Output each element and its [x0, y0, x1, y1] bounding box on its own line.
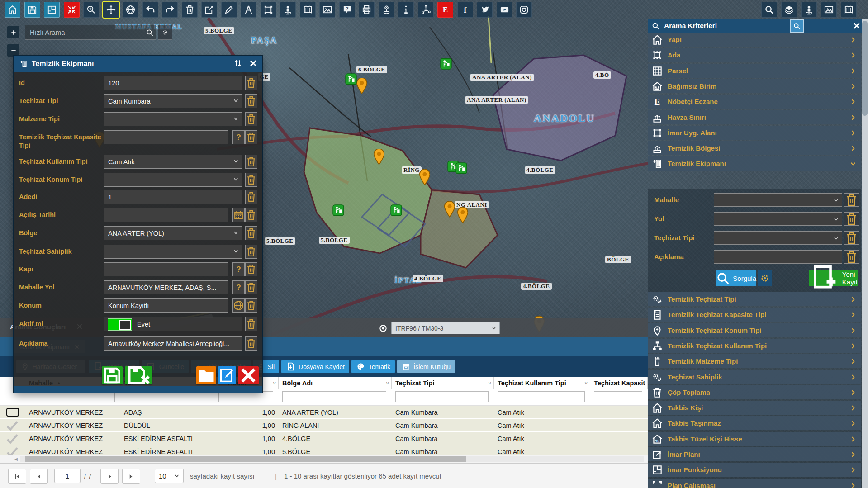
sorgula-button[interactable]: Sorgula	[716, 270, 756, 286]
yeni-kayit-button[interactable]: Yeni Kayıt	[809, 270, 858, 286]
drafting-button[interactable]	[241, 2, 256, 18]
frame-button[interactable]	[261, 2, 276, 18]
settings-gear-button[interactable]	[758, 270, 772, 286]
panorama-button[interactable]	[841, 2, 857, 18]
question-button[interactable]: ?	[232, 280, 245, 294]
sidebar-item-temizlik-te-hizat-kapasite-tipi[interactable]: Temizlik Teçhizat Kapasite Tipi	[648, 308, 861, 322]
panorama-button[interactable]	[300, 2, 316, 18]
globe-button[interactable]	[123, 2, 138, 18]
search-button[interactable]	[761, 2, 777, 18]
sidebar-field-input-mahalle[interactable]	[714, 193, 842, 207]
trash-button[interactable]	[245, 336, 257, 351]
scroll-track[interactable]	[20, 456, 644, 462]
layers-button[interactable]	[781, 2, 797, 18]
sidebar-item-n-bet-i-eczane[interactable]: ENöbetçi Eczane	[648, 95, 861, 109]
filter-input-yol[interactable]	[124, 391, 219, 402]
field-input-konum[interactable]: Konum Kayıtlı	[104, 298, 228, 313]
active-toggle[interactable]	[108, 318, 132, 331]
street-view-button[interactable]	[280, 2, 296, 18]
recycle-container-marker[interactable]	[455, 162, 467, 174]
trash-button[interactable]	[245, 208, 257, 222]
next-page-button[interactable]	[100, 469, 119, 484]
field-input-malzeme-tipi[interactable]	[104, 112, 242, 126]
last-page-button[interactable]	[122, 469, 140, 484]
sidebar-item-temizlik-te-hizat-kullan-m-tipi[interactable]: Temizlik Teçhizat Kullanım Tipi	[648, 339, 861, 353]
map-pin-yellow[interactable]	[356, 78, 368, 94]
recycle-container-marker[interactable]	[447, 161, 459, 172]
prev-page-button[interactable]	[30, 469, 48, 484]
image-button[interactable]	[319, 2, 335, 18]
trash-button[interactable]	[182, 2, 198, 18]
column-header-Teçhizat Tipi[interactable]: Teçhizat Tipi˅	[392, 377, 494, 389]
table-row[interactable]: ARNAVUTKÖY MERKEZESKİ EDİRNE ASFALTI1,00…	[0, 432, 648, 445]
sidebar-field-input-a-klama[interactable]	[714, 250, 842, 264]
page-number-input[interactable]	[54, 469, 81, 483]
print-button[interactable]	[359, 2, 375, 18]
sidebar-item--p-toplama[interactable]: Çöp Toplama	[648, 385, 861, 399]
quick-search-input[interactable]	[25, 28, 144, 36]
sidebar-item-ada[interactable]: Ada	[648, 48, 861, 62]
recycle-container-marker[interactable]	[345, 73, 357, 85]
question-button[interactable]: ?	[232, 130, 245, 144]
trash-button[interactable]	[844, 250, 859, 264]
field-input-id[interactable]: 120	[104, 76, 242, 90]
edit-note-button[interactable]	[218, 366, 236, 384]
globe-button[interactable]	[232, 298, 245, 313]
trash-button[interactable]	[245, 112, 257, 126]
sidebar-item-havza-s-n-r-[interactable]: Havza Sınırı	[648, 110, 861, 124]
trash-button[interactable]	[245, 94, 257, 108]
twitter-button[interactable]	[477, 2, 493, 18]
calendar-button[interactable]	[232, 208, 245, 222]
scrollbar-thumb[interactable]	[862, 21, 868, 116]
home-button[interactable]	[5, 2, 20, 18]
table-row[interactable]: ARNAVUTKÖY MERKEZDÜLDÜL1,00RİNG ALANICam…	[0, 419, 648, 432]
dialog-close-icon[interactable]	[249, 59, 258, 68]
trash-button[interactable]	[245, 280, 257, 294]
sidebar-item-temizlik-te-hizat-konum-tipi[interactable]: Temizlik Teçhizat Konum Tipi	[648, 323, 861, 337]
sidebar-item-takbis-ta-nmaz[interactable]: Takbis Taşınmaz	[648, 416, 861, 430]
sidebar-item-temizlik-b-lgesi[interactable]: Temizlik Bölgesi	[648, 141, 861, 155]
filter-input-te-hizat-kapasit[interactable]	[594, 391, 642, 402]
street-view-button[interactable]	[801, 2, 817, 18]
image-button[interactable]	[821, 2, 837, 18]
sidebar-item-parsel[interactable]: Parsel	[648, 64, 861, 78]
search-icon[interactable]	[144, 28, 156, 37]
table-row[interactable]: ARNAVUTKÖY MERKEZADAŞ1,00ANA ARTER (YOL)…	[0, 406, 648, 419]
trash-button[interactable]	[844, 193, 859, 207]
map-pin-yellow[interactable]	[456, 207, 469, 223]
recycle-container-marker[interactable]	[390, 204, 402, 216]
save-button[interactable]	[102, 366, 123, 384]
sidebar-item-yap-[interactable]: Yapı	[648, 33, 861, 47]
trash-button[interactable]	[844, 212, 859, 226]
trash-button[interactable]	[245, 262, 257, 276]
field-input-te-hizat-tipi[interactable]: Cam Kumbara	[104, 94, 242, 108]
filter-input-te-hizat-tipi[interactable]	[395, 391, 489, 402]
field-input-a-l-tarihi[interactable]	[104, 208, 228, 222]
letter-e-button[interactable]: E	[437, 2, 453, 18]
sidebar-scrollbar[interactable]	[862, 19, 868, 488]
sort-updown-icon[interactable]	[233, 59, 242, 68]
scroll-left-arrow[interactable]: ◄	[14, 456, 19, 462]
field-input-temizlik-te-hizat-kapasite-tipi[interactable]	[104, 130, 228, 144]
floorplan-button[interactable]	[44, 2, 60, 18]
chevron-down-icon[interactable]: ˅	[273, 380, 276, 386]
sidebar-item-takbis-ki-i[interactable]: Takbis Kişi	[648, 401, 861, 415]
undo-button[interactable]	[142, 2, 158, 18]
sidebar-item-i-mar-plan-[interactable]: İmar Planı	[648, 447, 861, 461]
chevron-down-icon[interactable]: ˅	[642, 380, 645, 386]
sidebar-search-button[interactable]	[791, 20, 803, 32]
sidebar-item-temizlik-ekipman-[interactable]: Temizlik Ekipmanı	[648, 156, 861, 171]
sidebar-item-i-mar-fonksiyonu[interactable]: İmar Fonksiyonu	[648, 463, 861, 477]
zoom-out-button[interactable]	[7, 44, 19, 57]
trash-button[interactable]	[245, 298, 257, 313]
crs-select[interactable]: ITRF96 / TM30-3	[391, 322, 500, 334]
recycle-container-marker[interactable]	[440, 58, 452, 70]
collapse-button[interactable]	[64, 2, 80, 18]
filter-input-b-lge-ad-[interactable]	[282, 391, 386, 402]
quick-search-settings-button[interactable]	[158, 25, 172, 40]
map-pin-yellow[interactable]	[373, 149, 385, 165]
trash-button[interactable]	[245, 130, 257, 144]
trash-button[interactable]	[245, 226, 257, 240]
sidebar-field-input-yol[interactable]	[714, 212, 842, 226]
facebook-button[interactable]: f	[457, 2, 473, 18]
